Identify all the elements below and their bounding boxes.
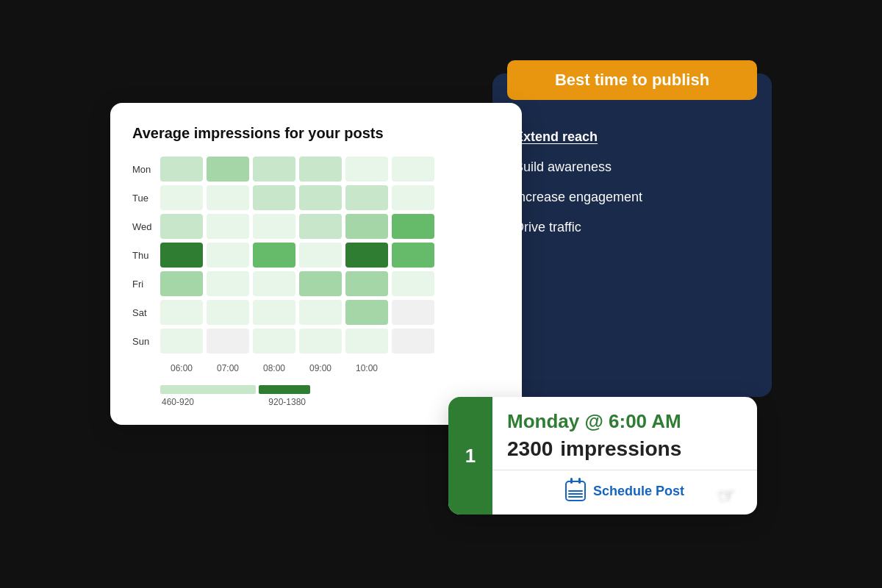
result-impressions: 2300 impressions bbox=[507, 437, 742, 461]
heatmap-cell bbox=[253, 214, 295, 239]
heatmap-cell bbox=[392, 214, 434, 239]
x-axis-label: 06:00 bbox=[160, 363, 203, 373]
heatmap-cell bbox=[392, 243, 434, 268]
heatmap-cell bbox=[345, 329, 388, 354]
heatmap-cell bbox=[207, 329, 249, 354]
panel-item[interactable]: Extend reach bbox=[514, 129, 750, 145]
heatmap-row: Wed bbox=[132, 214, 500, 239]
day-label: Fri bbox=[132, 279, 160, 290]
heatmap-row: Fri bbox=[132, 271, 500, 296]
scene: Average impressions for your posts MonTu… bbox=[110, 74, 772, 514]
heatmap-cell bbox=[299, 329, 342, 354]
panel-items: Extend reachBuild awarenessIncrease enga… bbox=[492, 100, 772, 265]
day-label: Sat bbox=[132, 307, 160, 318]
calendar-icon bbox=[565, 481, 586, 501]
heatmap-cell bbox=[253, 329, 295, 354]
heatmap-cell bbox=[299, 243, 342, 268]
heatmap-cell bbox=[160, 157, 203, 182]
heatmap-cell bbox=[253, 157, 295, 182]
heatmap-cell bbox=[253, 271, 295, 296]
heatmap-cell bbox=[392, 300, 434, 325]
impressions-count: 2300 bbox=[507, 437, 553, 460]
heatmap-cell bbox=[299, 214, 342, 239]
heatmap-cell bbox=[160, 214, 203, 239]
schedule-button-label: Schedule Post bbox=[593, 484, 684, 499]
legend-range1: 460-920 bbox=[162, 397, 194, 407]
best-time-title: Best time to publish bbox=[525, 71, 739, 90]
heatmap-row: Sat bbox=[132, 300, 500, 325]
heatmap-cell bbox=[299, 157, 342, 182]
heatmap-cell bbox=[253, 300, 295, 325]
heatmap-cell bbox=[345, 157, 388, 182]
heatmap-cell bbox=[207, 185, 249, 210]
heatmap-cell bbox=[345, 300, 388, 325]
heatmap-cell bbox=[160, 185, 203, 210]
impressions-label: impressions bbox=[560, 437, 681, 460]
x-axis-label: 09:00 bbox=[299, 363, 342, 373]
heatmap-cell bbox=[345, 243, 388, 268]
heatmap-row: Sun bbox=[132, 329, 500, 354]
panel-item[interactable]: Drive traffic bbox=[514, 220, 750, 235]
x-axis-label: 10:00 bbox=[345, 363, 388, 373]
heatmap-cell bbox=[392, 185, 434, 210]
day-label: Thu bbox=[132, 250, 160, 261]
heatmap-cell bbox=[299, 271, 342, 296]
legend-area: 460-920 920-1380 bbox=[132, 385, 500, 407]
heatmap-cell bbox=[160, 271, 203, 296]
heatmap-cell bbox=[160, 300, 203, 325]
heatmap-cell bbox=[207, 214, 249, 239]
blue-panel: Best time to publish Extend reachBuild a… bbox=[492, 74, 772, 397]
result-day-time: Monday @ 6:00 AM bbox=[507, 410, 742, 433]
orange-header: Best time to publish bbox=[507, 60, 757, 100]
panel-item[interactable]: Build awareness bbox=[514, 159, 750, 175]
heatmap-row: Thu bbox=[132, 243, 500, 268]
heatmap-cell bbox=[207, 157, 249, 182]
heatmap-row: Mon bbox=[132, 157, 500, 182]
legend-range2: 920-1380 bbox=[268, 397, 306, 407]
heatmap-cell bbox=[345, 185, 388, 210]
heatmap-cell bbox=[253, 243, 295, 268]
heatmap-row: Tue bbox=[132, 185, 500, 210]
day-label: Tue bbox=[132, 193, 160, 204]
x-axis-label: 07:00 bbox=[207, 363, 249, 373]
day-label: Wed bbox=[132, 221, 160, 232]
heatmap-cell bbox=[345, 271, 388, 296]
panel-item[interactable]: Increase engagement bbox=[514, 190, 750, 205]
heatmap-card: Average impressions for your posts MonTu… bbox=[110, 103, 522, 425]
heatmap-grid: MonTueWedThuFriSatSun bbox=[132, 157, 500, 357]
heatmap-title: Average impressions for your posts bbox=[132, 125, 500, 142]
heatmap-cell bbox=[299, 185, 342, 210]
heatmap-cell bbox=[253, 185, 295, 210]
x-axis-label: 08:00 bbox=[253, 363, 295, 373]
result-rank: 1 bbox=[448, 397, 492, 514]
result-card: 1 Monday @ 6:00 AM 2300 impressions bbox=[448, 397, 757, 514]
heatmap-cell bbox=[160, 329, 203, 354]
x-axis: 06:0007:0008:0009:0010:00 bbox=[132, 363, 500, 373]
heatmap-cell bbox=[299, 300, 342, 325]
heatmap-cell bbox=[392, 157, 434, 182]
schedule-post-button[interactable]: Schedule Post bbox=[507, 470, 742, 513]
heatmap-cell bbox=[392, 329, 434, 354]
heatmap-cell bbox=[207, 300, 249, 325]
heatmap-cell bbox=[392, 271, 434, 296]
day-label: Sun bbox=[132, 336, 160, 347]
heatmap-cell bbox=[207, 243, 249, 268]
heatmap-cell bbox=[160, 243, 203, 268]
day-label: Mon bbox=[132, 164, 160, 175]
heatmap-cell bbox=[207, 271, 249, 296]
heatmap-cell bbox=[345, 214, 388, 239]
